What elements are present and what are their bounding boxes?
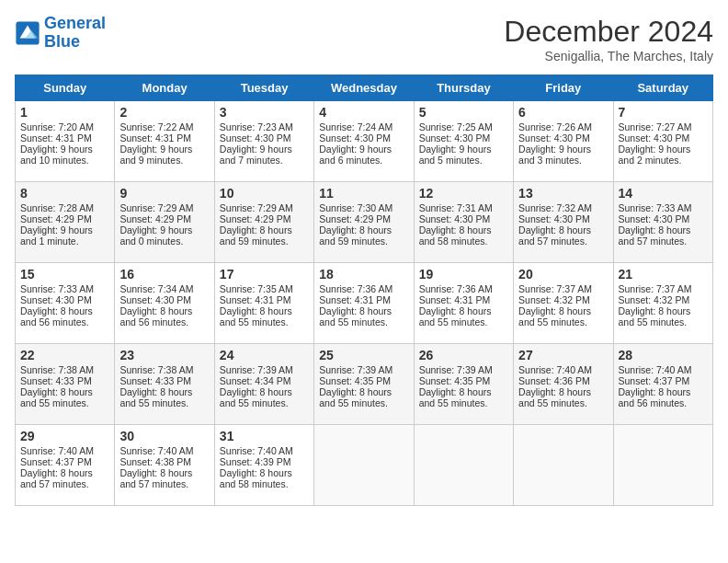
daylight-text: Daylight: 8 hours and 55 minutes. xyxy=(319,386,408,408)
daylight-text: Daylight: 8 hours and 57 minutes. xyxy=(119,467,209,489)
day-cell: 10Sunrise: 7:29 AMSunset: 4:29 PMDayligh… xyxy=(214,182,313,263)
day-number: 12 xyxy=(419,186,508,201)
week-row-2: 8Sunrise: 7:28 AMSunset: 4:29 PMDaylight… xyxy=(16,182,713,263)
day-number: 9 xyxy=(119,186,209,201)
day-number: 4 xyxy=(319,105,408,120)
sunrise-text: Sunrise: 7:24 AM xyxy=(319,121,408,132)
day-cell: 29Sunrise: 7:40 AMSunset: 4:37 PMDayligh… xyxy=(16,425,115,506)
sunset-text: Sunset: 4:31 PM xyxy=(119,132,209,144)
day-number: 8 xyxy=(20,186,109,201)
header-cell-sunday: Sunday xyxy=(16,75,115,101)
sunset-text: Sunset: 4:30 PM xyxy=(419,132,508,144)
header-cell-saturday: Saturday xyxy=(613,75,712,101)
day-cell xyxy=(514,425,613,506)
month-title: December 2024 xyxy=(504,15,713,49)
daylight-text: Daylight: 8 hours and 55 minutes. xyxy=(518,305,608,327)
location: Senigallia, The Marches, Italy xyxy=(504,49,713,63)
calendar-table: SundayMondayTuesdayWednesdayThursdayFrid… xyxy=(15,75,713,506)
sunrise-text: Sunrise: 7:29 AM xyxy=(119,202,209,213)
sunrise-text: Sunrise: 7:20 AM xyxy=(20,121,109,132)
sunrise-text: Sunrise: 7:39 AM xyxy=(319,364,408,375)
day-cell: 8Sunrise: 7:28 AMSunset: 4:29 PMDaylight… xyxy=(16,182,115,263)
day-number: 24 xyxy=(220,348,309,362)
calendar-header: SundayMondayTuesdayWednesdayThursdayFrid… xyxy=(16,75,713,101)
sunrise-text: Sunrise: 7:30 AM xyxy=(319,202,408,213)
day-cell: 3Sunrise: 7:23 AMSunset: 4:30 PMDaylight… xyxy=(214,101,313,182)
day-number: 21 xyxy=(619,267,708,282)
sunrise-text: Sunrise: 7:38 AM xyxy=(20,364,109,375)
day-cell: 12Sunrise: 7:31 AMSunset: 4:30 PMDayligh… xyxy=(414,182,513,263)
day-number: 7 xyxy=(619,105,708,120)
daylight-text: Daylight: 8 hours and 56 minutes. xyxy=(619,386,708,408)
daylight-text: Daylight: 8 hours and 55 minutes. xyxy=(220,305,309,327)
sunrise-text: Sunrise: 7:40 AM xyxy=(220,445,309,456)
daylight-text: Daylight: 8 hours and 55 minutes. xyxy=(319,305,408,327)
sunset-text: Sunset: 4:39 PM xyxy=(220,456,309,467)
day-cell: 11Sunrise: 7:30 AMSunset: 4:29 PMDayligh… xyxy=(314,182,414,263)
sunset-text: Sunset: 4:31 PM xyxy=(319,294,408,305)
day-cell: 13Sunrise: 7:32 AMSunset: 4:30 PMDayligh… xyxy=(514,182,613,263)
sunset-text: Sunset: 4:29 PM xyxy=(220,213,309,224)
sunrise-text: Sunrise: 7:40 AM xyxy=(619,364,708,375)
sunrise-text: Sunrise: 7:27 AM xyxy=(619,121,708,132)
day-number: 17 xyxy=(220,267,309,282)
sunrise-text: Sunrise: 7:23 AM xyxy=(220,121,309,132)
daylight-text: Daylight: 9 hours and 7 minutes. xyxy=(220,144,309,166)
sunrise-text: Sunrise: 7:34 AM xyxy=(119,283,209,294)
day-number: 2 xyxy=(119,105,209,120)
sunset-text: Sunset: 4:38 PM xyxy=(119,456,209,467)
sunset-text: Sunset: 4:31 PM xyxy=(419,294,508,305)
sunset-text: Sunset: 4:30 PM xyxy=(319,132,408,144)
sunrise-text: Sunrise: 7:33 AM xyxy=(20,283,109,294)
sunrise-text: Sunrise: 7:39 AM xyxy=(419,364,508,375)
day-number: 19 xyxy=(419,267,508,282)
day-cell: 5Sunrise: 7:25 AMSunset: 4:30 PMDaylight… xyxy=(414,101,513,182)
day-number: 11 xyxy=(319,186,408,201)
daylight-text: Daylight: 9 hours and 3 minutes. xyxy=(518,144,608,166)
day-number: 6 xyxy=(518,105,608,120)
day-cell: 18Sunrise: 7:36 AMSunset: 4:31 PMDayligh… xyxy=(314,263,414,344)
day-cell: 17Sunrise: 7:35 AMSunset: 4:31 PMDayligh… xyxy=(214,263,313,344)
day-cell: 27Sunrise: 7:40 AMSunset: 4:36 PMDayligh… xyxy=(514,344,613,425)
day-number: 3 xyxy=(220,105,309,120)
day-number: 14 xyxy=(619,186,708,201)
day-number: 16 xyxy=(119,267,209,282)
sunrise-text: Sunrise: 7:36 AM xyxy=(319,283,408,294)
day-cell: 19Sunrise: 7:36 AMSunset: 4:31 PMDayligh… xyxy=(414,263,513,344)
day-number: 29 xyxy=(20,429,109,443)
sunrise-text: Sunrise: 7:25 AM xyxy=(419,121,508,132)
sunset-text: Sunset: 4:30 PM xyxy=(220,132,309,144)
logo-line2: Blue xyxy=(44,32,80,51)
sunset-text: Sunset: 4:37 PM xyxy=(619,375,708,386)
sunset-text: Sunset: 4:32 PM xyxy=(619,294,708,305)
header-cell-monday: Monday xyxy=(115,75,214,101)
day-cell: 14Sunrise: 7:33 AMSunset: 4:30 PMDayligh… xyxy=(613,182,712,263)
daylight-text: Daylight: 8 hours and 55 minutes. xyxy=(419,305,508,327)
day-cell: 28Sunrise: 7:40 AMSunset: 4:37 PMDayligh… xyxy=(613,344,712,425)
daylight-text: Daylight: 9 hours and 10 minutes. xyxy=(20,144,109,166)
sunset-text: Sunset: 4:36 PM xyxy=(518,375,608,386)
header-cell-wednesday: Wednesday xyxy=(314,75,414,101)
day-cell xyxy=(613,425,712,506)
day-cell: 23Sunrise: 7:38 AMSunset: 4:33 PMDayligh… xyxy=(115,344,214,425)
day-number: 13 xyxy=(518,186,608,201)
sunrise-text: Sunrise: 7:26 AM xyxy=(518,121,608,132)
daylight-text: Daylight: 8 hours and 59 minutes. xyxy=(220,224,309,247)
day-cell xyxy=(314,425,414,506)
day-number: 18 xyxy=(319,267,408,282)
title-block: December 2024 Senigallia, The Marches, I… xyxy=(504,15,713,63)
logo: General Blue xyxy=(15,15,106,52)
day-cell: 20Sunrise: 7:37 AMSunset: 4:32 PMDayligh… xyxy=(514,263,613,344)
sunset-text: Sunset: 4:35 PM xyxy=(319,375,408,386)
daylight-text: Daylight: 8 hours and 56 minutes. xyxy=(20,305,109,327)
calendar-body: 1Sunrise: 7:20 AMSunset: 4:31 PMDaylight… xyxy=(16,101,713,506)
week-row-5: 29Sunrise: 7:40 AMSunset: 4:37 PMDayligh… xyxy=(16,425,713,506)
day-cell: 21Sunrise: 7:37 AMSunset: 4:32 PMDayligh… xyxy=(613,263,712,344)
sunrise-text: Sunrise: 7:37 AM xyxy=(619,283,708,294)
sunset-text: Sunset: 4:35 PM xyxy=(419,375,508,386)
day-number: 27 xyxy=(518,348,608,362)
sunset-text: Sunset: 4:30 PM xyxy=(619,132,708,144)
daylight-text: Daylight: 8 hours and 55 minutes. xyxy=(518,386,608,408)
day-cell: 25Sunrise: 7:39 AMSunset: 4:35 PMDayligh… xyxy=(314,344,414,425)
sunrise-text: Sunrise: 7:31 AM xyxy=(419,202,508,213)
